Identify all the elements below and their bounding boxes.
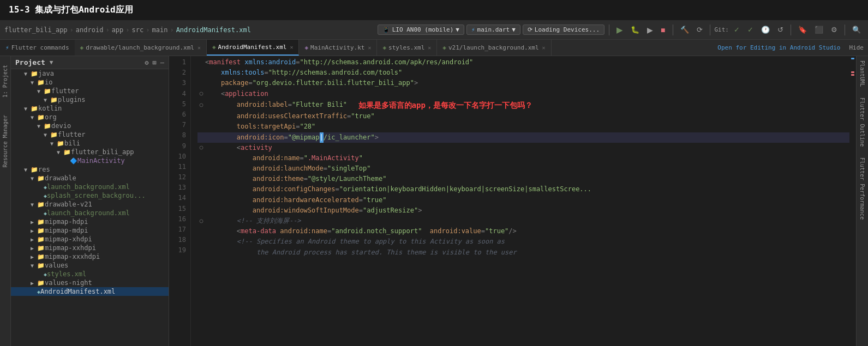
tree-item-styles-xml[interactable]: ◈ styles.xml <box>11 270 169 278</box>
folder-icon-values-night: 📁 <box>37 280 45 287</box>
tree-item-plugins[interactable]: ▼ 📁 plugins <box>11 95 169 104</box>
terminal-button[interactable]: ⬛ <box>812 24 826 35</box>
tree-item-res[interactable]: ▼ 📁 res <box>11 165 169 174</box>
tree-item-mipmap-xxhdpi[interactable]: ▶ 📁 mipmap-xxhdpi <box>11 244 169 252</box>
breadcrumb-android[interactable]: android <box>76 26 104 34</box>
breadcrumb-flutter-bili-app[interactable]: flutter_bili_app <box>4 26 68 34</box>
tree-item-bili[interactable]: ▼ 📁 bili <box>11 139 169 148</box>
folder-icon-flutter-bili-app: 📁 <box>63 149 71 156</box>
flutter-commands-label: Flutter commands <box>11 44 69 51</box>
tree-item-values[interactable]: ▼ 📁 values <box>11 261 169 270</box>
tab-mainactivity[interactable]: ◈ MainActivity.kt ✕ <box>299 40 377 56</box>
arrow-flutter2: ▼ <box>44 132 50 138</box>
expand-all-icon[interactable]: ⊞ <box>153 59 157 66</box>
hide-btn[interactable]: Hide <box>845 44 869 51</box>
scrollbar-area[interactable] <box>849 56 856 346</box>
tree-item-mipmap-hdpi[interactable]: ▶ 📁 mipmap-hdpi <box>11 217 169 226</box>
tree-item-splash-xml[interactable]: ◈ splash_screen_backgrou... <box>11 191 169 200</box>
cursor: | <box>320 132 324 143</box>
label-devio: devio <box>51 122 71 130</box>
tab-close-1[interactable]: ✕ <box>197 45 201 51</box>
project-dropdown[interactable]: ▼ <box>50 59 53 66</box>
plantuml-label[interactable]: PlantUML <box>859 60 865 87</box>
tab-close-2[interactable]: ✕ <box>290 44 293 50</box>
breadcrumb-app[interactable]: app <box>112 26 124 34</box>
debug-button[interactable]: 🐛 <box>628 24 642 35</box>
arrow-io: ▼ <box>31 80 37 86</box>
device-icon: 📱 <box>382 26 390 33</box>
breadcrumb-androidmanifest[interactable]: AndroidManifest.xml <box>176 26 251 34</box>
breadcrumb-src[interactable]: src <box>132 26 144 34</box>
folder-icon-mipmap-xhdpi: 📁 <box>37 236 45 243</box>
flutter-commands-btn[interactable]: ⚡ Flutter commands <box>0 40 75 56</box>
editor-area: 1 2 3 4 5 6 7 8 9 10 11 12 13 14 15 16 1… <box>169 56 868 346</box>
scroll-marker-1 <box>851 58 854 59</box>
code-line-5: android:label="Flutter Bili" 如果是多语言的app，… <box>197 99 849 111</box>
search-button[interactable]: 🔍 <box>849 24 864 35</box>
tab-drawable-launch[interactable]: ◈ drawable/launch_background.xml ✕ <box>75 40 207 56</box>
separator-3 <box>710 25 710 35</box>
code-line-18: <!-- Specifies an Android theme to apply… <box>197 236 849 247</box>
arrow-drawable: ▼ <box>31 175 37 181</box>
gear-icon[interactable]: ⚙ <box>145 59 148 66</box>
tree-item-java[interactable]: ▼ 📁 java <box>11 69 169 78</box>
folder-icon-org: 📁 <box>37 114 45 121</box>
tab-label-2: AndroidManifest.xml <box>218 44 287 51</box>
project-label[interactable]: 1: Project <box>1 60 9 102</box>
stop-button[interactable]: ■ <box>658 24 668 36</box>
git-history[interactable]: 🕐 <box>758 24 773 35</box>
tab-close-4[interactable]: ✕ <box>428 45 431 51</box>
tree-item-flutter2[interactable]: ▼ 📁 flutter <box>11 130 169 139</box>
tab-androidmanifest[interactable]: ◈ AndroidManifest.xml ✕ <box>207 40 300 56</box>
tree-item-drawable[interactable]: ▼ 📁 drawable <box>11 174 169 183</box>
tree-item-mainactivity-file[interactable]: 🔷 MainActivity <box>11 156 169 165</box>
tab-close-3[interactable]: ✕ <box>368 45 371 51</box>
resource-manager-label[interactable]: Resource Manager <box>1 111 9 172</box>
settings-button[interactable]: ⚙ <box>828 24 840 35</box>
tree-item-devio[interactable]: ▼ 📁 devio <box>11 122 169 130</box>
arrow-res: ▼ <box>24 167 31 173</box>
label-androidmanifest-file: AndroidManifest.xml <box>40 288 115 295</box>
collapse-all-icon[interactable]: — <box>160 59 164 66</box>
folder-icon-mipmap-hdpi: 📁 <box>37 218 45 226</box>
tree-item-io[interactable]: ▼ 📁 io <box>11 78 169 87</box>
build-button[interactable]: 🔨 <box>678 24 692 35</box>
tree-item-flutter-bili-app[interactable]: ▼ 📁 flutter_bili_app <box>11 148 169 156</box>
flutter-performance-label[interactable]: Flutter Performance <box>859 157 865 220</box>
device-selector[interactable]: 📱 LIO AN00 (mobile) ▼ <box>378 25 464 35</box>
code-line-11: android:launchMode="singleTop" <box>197 163 849 174</box>
flutter-outline-label[interactable]: Flutter Outline <box>859 98 865 147</box>
separator-2 <box>673 25 673 35</box>
bookmark-button[interactable]: 🔖 <box>795 24 810 35</box>
tree-item-mipmap-xhdpi[interactable]: ▶ 📁 mipmap-xhdpi <box>11 235 169 244</box>
line-numbers: 1 2 3 4 5 6 7 8 9 10 11 12 13 14 15 16 1… <box>169 56 191 346</box>
tab-styles[interactable]: ◈ styles.xml ✕ <box>377 40 437 56</box>
tree-item-launch-bg-v21[interactable]: ◈ launch_background.xml <box>11 209 169 217</box>
label-bili: bili <box>64 139 80 147</box>
git-revert[interactable]: ↺ <box>775 24 786 35</box>
open-android-studio-btn[interactable]: Open for Editing in Android Studio <box>713 44 845 51</box>
tree-item-values-night[interactable]: ▶ 📁 values-night <box>11 278 169 287</box>
tab-close-5[interactable]: ✕ <box>542 45 546 51</box>
tab-v21-launch[interactable]: ◈ v21/launch_background.xml ✕ <box>437 40 551 56</box>
folder-icon-plugins: 📁 <box>50 96 58 104</box>
device-name: LIO AN00 (mobile) <box>392 26 454 33</box>
tree-item-flutter1[interactable]: ▼ 📁 flutter <box>11 87 169 95</box>
run-config-selector[interactable]: ⚡ main.dart ▼ <box>466 25 520 35</box>
sync-button[interactable]: ⟳ <box>694 24 705 35</box>
code-line-19: the Android process has started. This th… <box>197 247 849 258</box>
run-button[interactable]: ▶ <box>614 23 626 37</box>
tree-item-mipmap-mdpi[interactable]: ▶ 📁 mipmap-mdpi <box>11 226 169 235</box>
tree-item-androidmanifest-file[interactable]: ◈ AndroidManifest.xml <box>11 287 169 296</box>
code-editor[interactable]: <manifest xmlns:android="http://schemas.… <box>191 56 849 346</box>
tree-item-org[interactable]: ▼ 📁 org <box>11 113 169 122</box>
git-checkmark1[interactable]: ✓ <box>731 24 743 35</box>
breadcrumb-main[interactable]: main <box>152 26 167 34</box>
tree-item-launch-bg-xml[interactable]: ◈ launch_background.xml <box>11 183 169 191</box>
tree-item-drawable-v21[interactable]: ▼ 📁 drawable-v21 <box>11 200 169 209</box>
svg-point-0 <box>200 92 203 95</box>
tree-item-mipmap-xxxhdpi[interactable]: ▶ 📁 mipmap-xxxhdpi <box>11 252 169 261</box>
tree-item-kotlin[interactable]: ▼ 📁 kotlin <box>11 104 169 113</box>
git-checkmark2[interactable]: ✓ <box>745 24 756 35</box>
run-with-coverage[interactable]: ▶ <box>644 24 656 36</box>
